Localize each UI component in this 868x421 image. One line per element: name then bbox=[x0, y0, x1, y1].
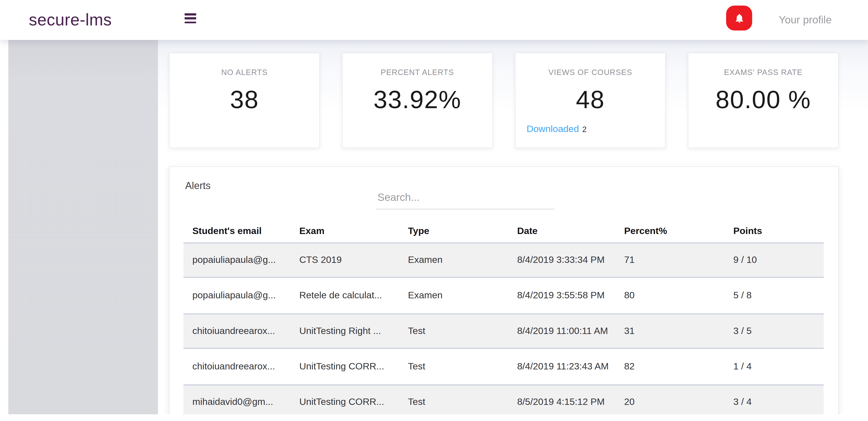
table-cell: 9 / 10 bbox=[733, 255, 824, 266]
hamburger-menu-icon bbox=[185, 13, 196, 16]
table-cell: 3 / 5 bbox=[733, 326, 824, 337]
table-cell: 82 bbox=[624, 361, 733, 372]
stat-card-label: PERCENT ALERTS bbox=[343, 68, 492, 77]
table-cell: 31 bbox=[624, 326, 733, 337]
stat-card-views-of-courses: VIEWS OF COURSES 48 Downloaded2 bbox=[515, 53, 666, 148]
table-cell: 5 / 8 bbox=[733, 290, 824, 301]
table-header: Student's email Exam Type Date Percent% … bbox=[183, 220, 824, 242]
table-cell: Examen bbox=[408, 290, 517, 301]
table-cell: popaiuliapaula@g... bbox=[183, 290, 299, 301]
stat-card-percent-alerts: PERCENT ALERTS 33.92% bbox=[342, 53, 493, 148]
alerts-panel: Alerts Student's email Exam Type Date Pe… bbox=[169, 166, 839, 414]
table-cell: 8/5/2019 4:15:12 PM bbox=[517, 397, 624, 408]
search-field bbox=[376, 190, 555, 209]
app-logo: secure-lms bbox=[29, 0, 112, 40]
stat-card-exams-pass-rate: EXAMS' PASS RATE 80.00 % bbox=[688, 53, 839, 148]
stats-cards: NO ALERTS 38 PERCENT ALERTS 33.92% VIEWS… bbox=[169, 53, 839, 148]
search-input[interactable] bbox=[376, 190, 555, 209]
alerts-table: Student's email Exam Type Date Percent% … bbox=[183, 220, 824, 414]
stat-card-label: EXAMS' PASS RATE bbox=[688, 68, 838, 77]
table-row: chitoiuandreearox... UnitTesting CORR...… bbox=[183, 349, 824, 384]
table-row: mihaidavid0@gm... UnitTesting CORR... Te… bbox=[183, 384, 824, 414]
profile-link[interactable]: Your profile bbox=[779, 0, 832, 40]
table-cell: 3 / 4 bbox=[733, 397, 824, 408]
bell-icon bbox=[734, 12, 745, 24]
table-cell: Test bbox=[408, 361, 517, 372]
column-header-exam: Exam bbox=[299, 226, 408, 237]
downloaded-row: Downloaded2 bbox=[527, 124, 586, 135]
column-header-type: Type bbox=[408, 226, 517, 237]
sidebar bbox=[8, 40, 158, 414]
table-cell: 8/4/2019 11:00:11 AM bbox=[517, 326, 624, 337]
hamburger-menu-button[interactable] bbox=[185, 13, 196, 23]
main-area: NO ALERTS 38 PERCENT ALERTS 33.92% VIEWS… bbox=[158, 40, 868, 414]
app-header: secure-lms Your profile bbox=[0, 0, 868, 40]
downloaded-count: 2 bbox=[582, 125, 587, 133]
table-cell: popaiuliapaula@g... bbox=[183, 255, 299, 266]
table-cell: 8/4/2019 3:33:34 PM bbox=[517, 255, 624, 266]
page-content: NO ALERTS 38 PERCENT ALERTS 33.92% VIEWS… bbox=[0, 40, 868, 414]
notifications-button[interactable] bbox=[726, 5, 752, 30]
table-cell: Test bbox=[408, 326, 517, 337]
table-cell: chitoiuandreearox... bbox=[183, 361, 299, 372]
stat-card-label: VIEWS OF COURSES bbox=[516, 68, 665, 77]
app-window: secure-lms Your profile NO ALERTS 38 PE bbox=[0, 0, 868, 421]
table-cell: 8/4/2019 11:23:43 AM bbox=[517, 361, 624, 372]
stat-card-value: 38 bbox=[169, 85, 319, 114]
column-header-points: Points bbox=[733, 226, 824, 237]
downloaded-link[interactable]: Downloaded bbox=[527, 124, 579, 134]
table-cell: 1 / 4 bbox=[733, 361, 824, 372]
column-header-email: Student's email bbox=[183, 226, 299, 237]
stat-card-value: 80.00 % bbox=[688, 85, 838, 114]
table-cell: CTS 2019 bbox=[299, 255, 408, 266]
table-cell: Retele de calculat... bbox=[299, 290, 408, 301]
stat-card-value: 48 bbox=[516, 85, 665, 114]
table-row: popaiuliapaula@g... CTS 2019 Examen 8/4/… bbox=[183, 242, 824, 278]
table-cell: 20 bbox=[624, 397, 733, 408]
column-header-date: Date bbox=[517, 226, 624, 237]
table-cell: Test bbox=[408, 397, 517, 408]
table-cell: UnitTesting Right ... bbox=[299, 326, 408, 337]
table-cell: mihaidavid0@gm... bbox=[183, 397, 299, 408]
table-cell: UnitTesting CORR... bbox=[299, 361, 408, 372]
stat-card-value: 33.92% bbox=[343, 85, 492, 114]
table-cell: chitoiuandreearox... bbox=[183, 326, 299, 337]
table-cell: 8/4/2019 3:55:58 PM bbox=[517, 290, 624, 301]
table-row: chitoiuandreearox... UnitTesting Right .… bbox=[183, 313, 824, 349]
panel-title: Alerts bbox=[185, 180, 211, 192]
table-cell: 80 bbox=[624, 290, 733, 301]
stat-card-label: NO ALERTS bbox=[169, 68, 319, 77]
table-row: popaiuliapaula@g... Retele de calculat..… bbox=[183, 278, 824, 313]
table-cell: UnitTesting CORR... bbox=[299, 397, 408, 408]
table-cell: 71 bbox=[624, 255, 733, 266]
table-cell: Examen bbox=[408, 255, 517, 266]
column-header-percent: Percent% bbox=[624, 226, 733, 237]
stat-card-no-alerts: NO ALERTS 38 bbox=[169, 53, 320, 148]
